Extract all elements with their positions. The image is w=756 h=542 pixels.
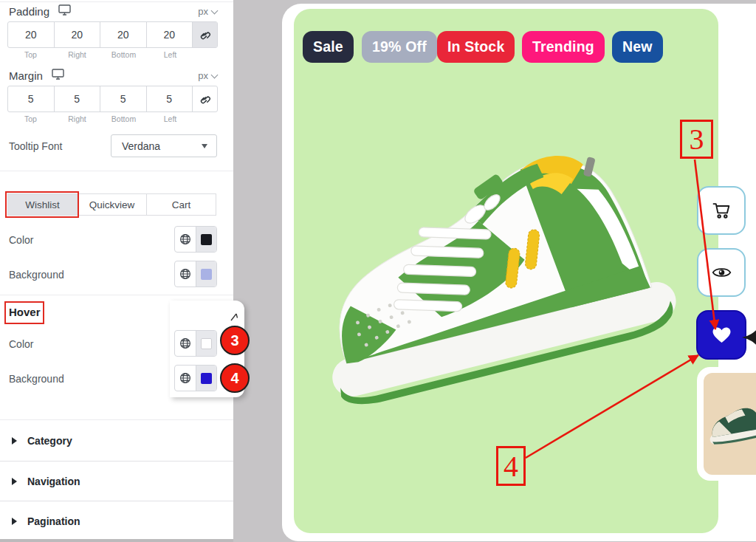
padding-unit-dropdown[interactable]: px [198,6,217,17]
sparkle-icon [742,315,756,360]
link-icon [199,29,211,41]
color-swatch-button[interactable] [196,227,216,252]
tooltip-font-label: Tooltip Font [9,140,62,152]
thumbnail-image-sneaker [704,373,756,475]
divider [0,171,233,171]
cart-icon [712,202,731,219]
annotation-number: 3 [230,332,238,349]
margin-top-input[interactable] [8,86,54,112]
margin-left-input[interactable] [147,86,193,112]
global-color-button[interactable] [175,331,196,356]
padding-right-input[interactable] [55,22,100,47]
color-label: Color [9,234,33,246]
badge-new: New [612,31,663,63]
hover-background-label: Background [9,373,64,385]
hover-color-swatch-button[interactable] [196,331,216,356]
margin-side-bottom: Bottom [100,114,147,123]
product-image-sneaker [295,145,698,436]
margin-side-right: Right [54,114,100,123]
padding-link-values-button[interactable] [193,22,217,47]
padding-side-right: Right [54,50,100,59]
margin-left-field[interactable] [147,86,193,112]
margin-side-labels: Top Right Bottom Left [7,114,193,123]
padding-side-labels: Top Right Bottom Left [7,50,193,59]
padding-left-field[interactable] [147,22,193,47]
hover-color-control [174,330,217,357]
accordion-category[interactable]: Category [0,421,233,461]
quickview-button[interactable] [697,248,746,297]
tab-quickview[interactable]: Quickview [78,193,147,216]
color-swatch [201,234,212,245]
padding-right-field[interactable] [55,22,101,47]
accordion-label: Pagination [27,515,80,527]
chevron-right-icon [12,437,17,445]
padding-unit-label: px [198,6,208,17]
tooltip-font-select[interactable]: Verdana [111,134,217,157]
button-type-tabs: Wishlist Quickview Cart [7,193,216,216]
global-color-button[interactable] [175,366,196,391]
background-control [174,261,217,287]
link-icon [199,93,211,106]
hover-background-swatch-button[interactable] [196,366,216,391]
margin-unit-label: px [198,70,208,81]
heart-icon [712,327,731,343]
tab-wishlist[interactable]: Wishlist [7,193,78,216]
margin-right-field[interactable] [55,86,101,112]
padding-bottom-field[interactable] [100,22,147,47]
add-to-cart-button[interactable] [697,186,746,235]
padding-side-left: Left [147,50,193,59]
annotation-number: 4 [230,370,238,387]
margin-bottom-field[interactable] [100,86,147,112]
chevron-right-icon [12,518,17,525]
globe-icon [179,233,191,245]
margin-right-input[interactable] [55,86,100,112]
background-swatch-button[interactable] [196,261,216,287]
globe-icon [179,372,191,384]
background-label: Background [9,269,64,281]
annotation-circle-3: 3 [220,326,250,355]
global-color-button[interactable] [175,227,196,252]
responsive-monitor-icon[interactable] [58,4,71,18]
settings-panel: Padding px Top Right Bottom Left Margin … [0,0,233,542]
wishlist-button-active[interactable] [696,310,746,360]
badge-discount: 19% Off [362,31,437,63]
padding-section-title: Padding [9,4,71,18]
tab-cart[interactable]: Cart [147,193,216,216]
chevron-down-icon [211,7,219,14]
margin-side-left: Left [147,114,193,123]
badge-sale: Sale [303,31,354,63]
eye-icon [712,266,732,279]
margin-label: Margin [9,69,43,82]
panel-bottom-edge [0,539,233,542]
hover-color-label: Color [9,338,33,350]
margin-section-title: Margin [9,69,64,82]
divider [0,419,233,420]
background-swatch [201,269,212,280]
annotation-number: 3 [690,122,704,157]
margin-side-top: Top [7,114,54,123]
padding-label: Padding [9,5,49,18]
padding-inputs [7,21,218,48]
tooltip-font-value: Verdana [122,140,160,152]
cursor-icon [230,312,239,325]
hover-background-swatch [201,373,212,384]
padding-top-field[interactable] [8,22,55,47]
accordion-pagination[interactable]: Pagination [0,501,233,541]
annotation-number: 4 [504,449,518,484]
padding-left-input[interactable] [147,22,193,47]
product-thumbnail[interactable] [697,367,756,481]
margin-bottom-input[interactable] [100,86,146,112]
margin-top-field[interactable] [8,86,55,112]
padding-bottom-input[interactable] [100,22,146,47]
global-color-button[interactable] [175,261,196,287]
accordion-navigation[interactable]: Navigation [0,462,233,501]
margin-unit-dropdown[interactable]: px [198,70,217,81]
hover-section-title: Hover [9,306,41,318]
padding-top-input[interactable] [8,22,54,47]
margin-link-values-button[interactable] [193,86,217,112]
divider [0,1,233,2]
hover-background-control [174,365,217,391]
hover-color-swatch [201,338,212,349]
annotation-box-3: 3 [680,120,713,159]
responsive-monitor-icon[interactable] [52,69,64,82]
